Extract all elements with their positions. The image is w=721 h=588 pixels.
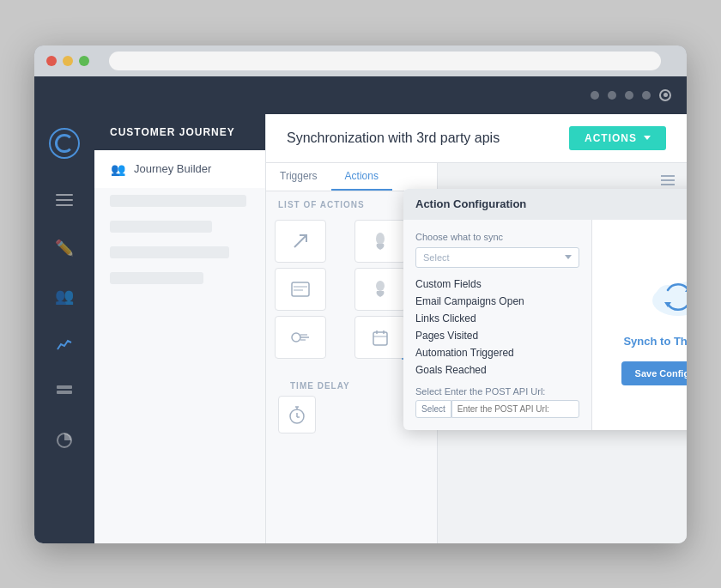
nav-section-header: CUSTOMER JOURNEY xyxy=(94,114,265,150)
sidebar-edit-icon[interactable]: ✏️ xyxy=(49,233,80,264)
tab-actions[interactable]: Actions xyxy=(331,163,392,191)
svg-rect-4 xyxy=(292,282,309,296)
nav-placeholder-4 xyxy=(110,272,203,284)
browser-close-dot[interactable] xyxy=(46,56,57,66)
topbar-circle-4 xyxy=(642,91,651,100)
action-item-3[interactable] xyxy=(275,268,326,311)
app-main: ✏️ 👥 xyxy=(34,114,687,543)
action-item-5[interactable] xyxy=(275,316,326,359)
svg-rect-1 xyxy=(57,391,72,394)
actions-button[interactable]: ACTIONS xyxy=(569,126,666,150)
nav-placeholder-3 xyxy=(110,246,229,258)
sync-option-links-clicked[interactable]: Links Clicked xyxy=(415,311,579,326)
sync-option-automation-triggered[interactable]: Automation Triggered xyxy=(415,345,579,361)
topbar-circle-2 xyxy=(608,91,616,100)
sidebar-list-icon[interactable] xyxy=(49,377,80,408)
sync-option-custom-fields[interactable]: Custom Fields xyxy=(415,276,579,292)
sync-option-pages-visited[interactable]: Pages Visited xyxy=(415,328,579,343)
address-bar[interactable] xyxy=(109,52,661,70)
journey-builder-icon: 👥 xyxy=(110,161,125,177)
nav-journey-builder[interactable]: 👥 Journey Builder xyxy=(94,150,265,188)
sync-to-third-party-label: Synch to Third Party xyxy=(623,335,687,348)
action-item-6[interactable] xyxy=(354,316,406,359)
app-body: ✏️ 👥 xyxy=(34,76,687,543)
logo-spinner xyxy=(55,134,74,153)
workspace: Synchronization with 3rd party apis ACTI… xyxy=(266,114,687,543)
api-url-input[interactable] xyxy=(451,400,579,418)
tabs-row: Triggers Actions xyxy=(266,163,437,191)
api-input-row: Select xyxy=(415,400,579,418)
svg-point-7 xyxy=(376,281,385,291)
sync-option-email-campaigns[interactable]: Email Campaigns Open xyxy=(415,294,579,309)
sync-option-goals-reached[interactable]: Goals Reached xyxy=(415,362,579,378)
sidebar-chart-icon[interactable] xyxy=(49,329,80,360)
popup-header: Action Configuration × xyxy=(403,189,687,220)
time-delay-item[interactable] xyxy=(278,396,316,433)
sidebar-users-icon[interactable]: 👥 xyxy=(49,281,80,312)
panel-menu-icon[interactable] xyxy=(661,175,675,185)
action-item-2[interactable] xyxy=(354,220,406,263)
nav-panel: CUSTOMER JOURNEY 👥 Journey Builder xyxy=(94,114,266,543)
popup-body: Choose what to sync Select Custom Fields xyxy=(403,220,687,430)
sync-select-box[interactable]: Select xyxy=(415,247,579,268)
nav-placeholder-2 xyxy=(110,221,212,233)
popup-left: Choose what to sync Select Custom Fields xyxy=(403,220,592,430)
browser-maximize-dot[interactable] xyxy=(79,56,89,66)
nav-journey-builder-label: Journey Builder xyxy=(134,162,211,175)
sync-cloud-icon xyxy=(644,264,687,324)
sidebar-logo xyxy=(49,128,80,159)
api-label: Select Enter the POST API Url: xyxy=(415,386,579,397)
workspace-header: Synchronization with 3rd party apis ACTI… xyxy=(266,114,687,163)
action-item-1[interactable] xyxy=(275,220,326,263)
browser-window: ✏️ 👥 xyxy=(34,45,687,543)
sidebar-pie-icon[interactable] xyxy=(49,425,80,456)
browser-titlebar xyxy=(34,45,687,76)
app-topbar xyxy=(34,76,687,114)
browser-minimize-dot[interactable] xyxy=(63,56,73,66)
svg-rect-12 xyxy=(373,332,387,345)
api-select[interactable]: Select xyxy=(415,400,451,418)
workspace-inner: Triggers Actions LIST OF ACTIONS xyxy=(266,163,687,543)
workspace-title: Synchronization with 3rd party apis xyxy=(287,130,500,146)
select-caret-icon xyxy=(565,255,572,259)
action-item-4[interactable] xyxy=(354,268,406,311)
sync-select-placeholder: Select xyxy=(423,252,450,263)
save-configuration-button[interactable]: Save Configuration xyxy=(621,361,687,385)
sync-options-list: Custom Fields Email Campaigns Open Links… xyxy=(415,276,579,378)
svg-point-3 xyxy=(376,233,385,245)
svg-point-8 xyxy=(292,333,300,342)
icon-sidebar: ✏️ 👥 xyxy=(34,114,94,543)
popup-title: Action Configuration xyxy=(415,197,526,210)
svg-rect-0 xyxy=(57,385,72,389)
tab-triggers[interactable]: Triggers xyxy=(266,163,331,191)
topbar-target-icon xyxy=(659,89,671,101)
actions-caret-icon xyxy=(644,136,651,140)
action-config-popup: Action Configuration × Choose what to sy… xyxy=(403,189,687,430)
popup-right: Synch to Third Party Save Configuration xyxy=(592,220,687,430)
choose-sync-label: Choose what to sync xyxy=(415,232,579,242)
nav-placeholder-1 xyxy=(110,195,246,207)
topbar-circle-3 xyxy=(625,91,633,100)
sidebar-hamburger-icon[interactable] xyxy=(49,185,80,215)
topbar-circle-1 xyxy=(591,91,599,100)
